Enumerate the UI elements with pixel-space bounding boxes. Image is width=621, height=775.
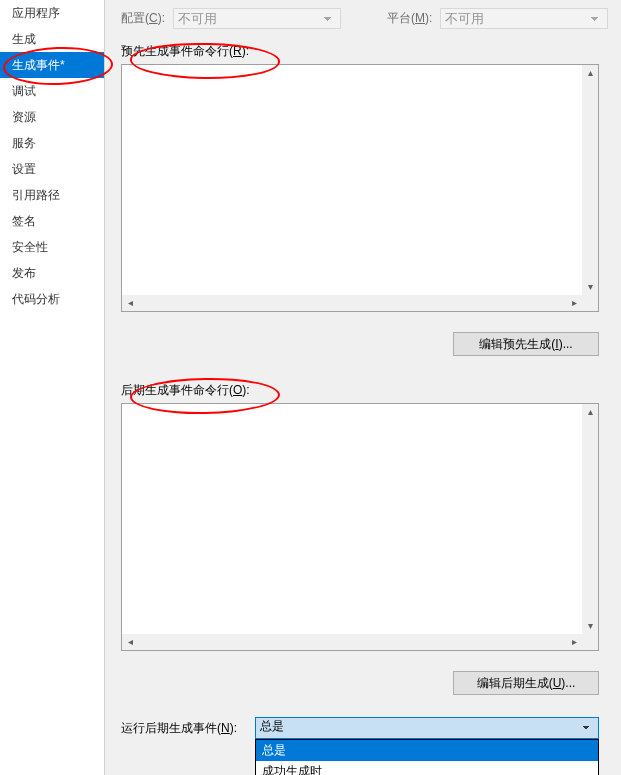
postbuild-label: 后期生成事件命令行(O):: [121, 382, 611, 399]
sidebar-item-settings[interactable]: 设置: [0, 156, 104, 182]
platform-combo[interactable]: 不可用: [440, 8, 608, 29]
edit-postbuild-button[interactable]: 编辑后期生成(U)...: [453, 671, 599, 695]
run-postbuild-combo[interactable]: 总是: [255, 717, 599, 739]
postbuild-hscroll[interactable]: ◂▸: [122, 634, 582, 650]
config-combo[interactable]: 不可用: [173, 8, 341, 29]
sidebar-item-services[interactable]: 服务: [0, 130, 104, 156]
sidebar-item-debug[interactable]: 调试: [0, 78, 104, 104]
prebuild-textbox-wrap: ▴▾ ◂▸: [121, 64, 599, 312]
sidebar-item-build-events[interactable]: 生成事件*: [0, 52, 104, 78]
prebuild-vscroll[interactable]: ▴▾: [582, 65, 598, 295]
prebuild-label: 预先生成事件命令行(R):: [121, 43, 611, 60]
sidebar-item-build[interactable]: 生成: [0, 26, 104, 52]
main-panel: 配置(C): 不可用 平台(M): 不可用 预先生成事件命令行(R): ▴▾ ◂…: [105, 0, 621, 775]
sidebar-item-refpaths[interactable]: 引用路径: [0, 182, 104, 208]
prebuild-textbox[interactable]: [122, 65, 582, 295]
sidebar-item-signing[interactable]: 签名: [0, 208, 104, 234]
config-platform-row: 配置(C): 不可用 平台(M): 不可用: [121, 8, 611, 29]
config-label: 配置(C):: [121, 10, 165, 27]
sidebar-item-security[interactable]: 安全性: [0, 234, 104, 260]
sidebar: 应用程序 生成 生成事件* 调试 资源 服务 设置 引用路径 签名 安全性 发布…: [0, 0, 105, 775]
run-option-onsuccess[interactable]: 成功生成时: [256, 761, 598, 775]
postbuild-textbox-wrap: ▴▾ ◂▸: [121, 403, 599, 651]
prebuild-hscroll[interactable]: ◂▸: [122, 295, 582, 311]
sidebar-item-publish[interactable]: 发布: [0, 260, 104, 286]
run-postbuild-dropdown: 总是 成功生成时: [255, 739, 599, 775]
platform-label: 平台(M):: [387, 10, 432, 27]
run-postbuild-label: 运行后期生成事件(N):: [121, 717, 237, 737]
postbuild-vscroll[interactable]: ▴▾: [582, 404, 598, 634]
postbuild-textbox[interactable]: [122, 404, 582, 634]
sidebar-item-resources[interactable]: 资源: [0, 104, 104, 130]
sidebar-item-codeanalysis[interactable]: 代码分析: [0, 286, 104, 312]
run-option-always[interactable]: 总是: [256, 740, 598, 761]
edit-prebuild-button[interactable]: 编辑预先生成(I)...: [453, 332, 599, 356]
sidebar-item-app[interactable]: 应用程序: [0, 0, 104, 26]
